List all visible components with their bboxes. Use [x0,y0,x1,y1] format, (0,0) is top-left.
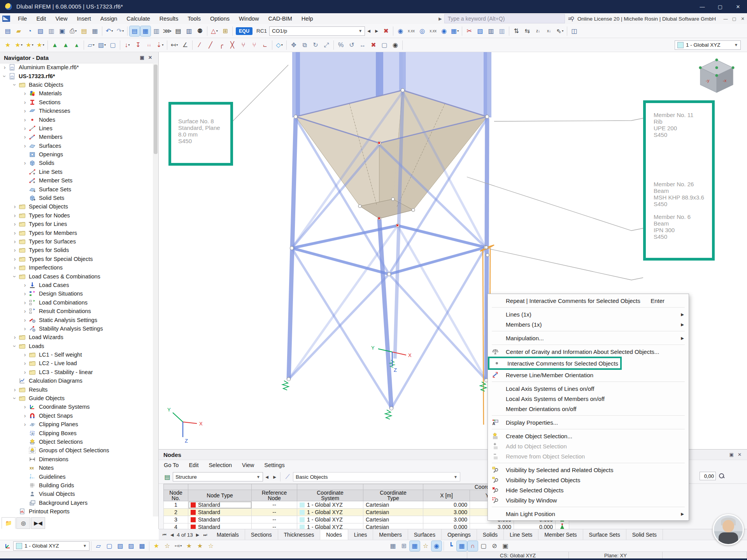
context-item-interactive-comments-for-selected-object[interactable]: Interactive Comments for Selected Object… [488,357,622,370]
tree-chevron-icon[interactable]: › [12,256,18,262]
percent-icon[interactable]: % [336,40,346,50]
menu-calculate[interactable]: Calculate [122,14,154,23]
table-menu-view[interactable]: View [237,461,259,469]
view-console-icon[interactable]: ⋙ [162,26,172,36]
table-search-icon[interactable] [718,472,725,480]
global-cs-combo-top[interactable]: 1 - Global XYZ▼ [675,40,741,50]
tree-chevron-icon[interactable]: › [22,134,28,140]
redo-icon[interactable]: ↷▾ [115,26,125,36]
context-item-main-light-position[interactable]: Main Light Position▶ [488,509,689,519]
select-icon[interactable]: ⇖▾ [555,26,565,36]
star-line-icon[interactable]: ★▾ [14,40,24,50]
grid-table-icon[interactable]: ▦ [388,541,398,551]
column-header-coordinate[interactable]: CoordinateSystem [297,490,363,501]
global-cs-combo-bottom[interactable]: 1 - Global XYZ▼ [13,541,89,551]
tree-chevron-icon[interactable]: › [22,317,28,323]
tree-chevron-icon[interactable]: › [22,160,28,166]
grid-view-icon[interactable]: ▦ [410,541,420,551]
navigator-scrollbar[interactable] [153,63,158,516]
tree-chevron-icon[interactable]: › [12,343,18,349]
view-sc-icon[interactable]: ▤ [173,26,183,36]
load-node-icon[interactable]: ↓▾ [122,40,132,50]
tree-chevron-icon[interactable]: › [22,125,28,131]
tree-chevron-icon[interactable]: › [12,230,18,236]
opening-new-icon[interactable]: ▢ [108,40,118,50]
table-tab-member-sets[interactable]: Member Sets [538,529,583,540]
tree-item-nodes[interactable]: ›Nodes [0,115,153,124]
tree-item-basic-objects[interactable]: ›Basic Objects [0,80,153,89]
camera-icon[interactable]: ◉ [390,40,400,50]
column-header-x-m-[interactable]: X [m] [423,490,470,501]
clip-box-icon[interactable]: ▢ [104,541,114,551]
tree-chevron-icon[interactable]: › [22,290,28,297]
menu-options[interactable]: Options [205,14,234,23]
tree-chevron-icon[interactable]: › [22,421,28,427]
table-tab-materials[interactable]: Materials [211,529,245,540]
context-item-members-1x-[interactable]: Members (1x)▶ [488,319,689,329]
tree-item-types-for-nodes[interactable]: ›Types for Nodes [0,211,153,220]
doc-new-icon[interactable]: ▥ [486,26,496,36]
tree-chevron-icon[interactable]: › [12,221,18,227]
model-cube-icon[interactable]: ▧ [35,26,46,36]
clip-plane-icon[interactable]: ▱ [93,541,103,551]
trim-icon[interactable]: ⁄ [195,40,205,50]
clip-cube-icon[interactable]: ▨ [126,541,136,551]
tree-item-guide-objects[interactable]: ›Guide Objects [0,394,153,402]
load-combination-combo[interactable]: CO1/p▼ [269,26,365,36]
tree-item-result-combinations[interactable]: ›Result Combinations [0,307,153,315]
table-tab-solid-sets[interactable]: Solid Sets [626,529,663,540]
clip-red-icon[interactable]: ✂ [464,26,474,36]
tree-chevron-icon[interactable]: › [22,308,28,314]
stretch-icon[interactable]: ⤢ [321,40,331,50]
support-node-icon[interactable]: ▲ [50,40,60,50]
navigator-tab-data[interactable]: 📁 [2,517,16,529]
tree-item-members[interactable]: ›Members [0,133,153,141]
view-list-icon[interactable]: ▥ [151,26,161,36]
tree-chevron-icon[interactable]: › [22,413,28,419]
tree-item-line-sets[interactable]: +Line Sets [0,168,153,176]
tree-item-openings[interactable]: Openings [0,150,153,159]
tree-item-lc2-live-load[interactable]: ›LC2 - Live load [0,359,153,368]
menu-help[interactable]: Help [297,14,318,23]
tree-item-notes[interactable]: xxNotes [0,464,153,472]
tree-item-clipping-planes[interactable]: ›Clipping Planes [0,420,153,429]
eye-xx-icon[interactable]: ◉ [395,26,405,36]
table-tab-surface-sets[interactable]: Surface Sets [583,529,626,540]
tree-chevron-icon[interactable]: › [22,99,28,105]
tree-item-lc3-stability-linear[interactable]: ›LC3 - Stability - linear [0,368,153,376]
menu-window[interactable]: Window [234,14,264,23]
tree-chevron-icon[interactable]: › [12,387,18,393]
menu-results[interactable]: Results [155,14,183,23]
prev-view-button[interactable]: ◀ [263,472,271,482]
tree-item-load-cases[interactable]: ›Load Cases [0,281,153,289]
tree-item-surface-sets[interactable]: +Surface Sets [0,185,153,193]
tree-item-object-snaps[interactable]: ›Object Snaps [0,411,153,420]
menu-insert[interactable]: Insert [72,14,96,23]
star-member-icon[interactable]: ★▾ [25,40,35,50]
sel-star-grid-icon[interactable]: ☆ [162,541,172,551]
context-item-center-of-gravity-and-information-about-[interactable]: Center of Gravity and Information About … [488,346,689,357]
tree-chevron-icon[interactable]: › [22,143,28,149]
column-header-reference[interactable]: ReferenceNode [252,490,297,501]
copy-table-icon[interactable]: ▦ [90,26,100,36]
view-filter-icon[interactable]: ▤ [162,472,172,482]
search-options-icon[interactable]: ≡⚲ [568,16,573,22]
label-xxx-icon[interactable]: x.xx [406,26,416,36]
next-combination-button[interactable]: ▶ [373,26,381,36]
last-record-button[interactable]: ⏭ [202,532,208,537]
headset-icon[interactable]: ⚉ [195,26,205,36]
menu-assign[interactable]: Assign [96,14,122,23]
grid-star-icon[interactable]: ☆ [421,541,431,551]
close-button[interactable]: ✕ [729,0,747,13]
category-combo[interactable]: Basic Objects▼ [293,472,460,481]
tree-item-stability-analysis-settings[interactable]: ›Stability Analysis Settings [0,324,153,333]
tree-chevron-icon[interactable]: › [12,212,18,219]
view-table-icon[interactable]: ▤ [130,26,140,36]
context-item-hide-selected-objects[interactable]: ✖Hide Selected Objects [488,485,689,495]
star-person-icon[interactable]: ★ [195,541,205,551]
navigation-cube[interactable]: -x -y [697,57,736,97]
tree-chevron-icon[interactable]: › [12,247,18,253]
menu-file[interactable]: File [13,14,32,23]
load-free-icon[interactable]: ⇣▾ [155,40,165,50]
tree-item-types-for-special-objects[interactable]: ›Types for Special Objects [0,255,153,263]
